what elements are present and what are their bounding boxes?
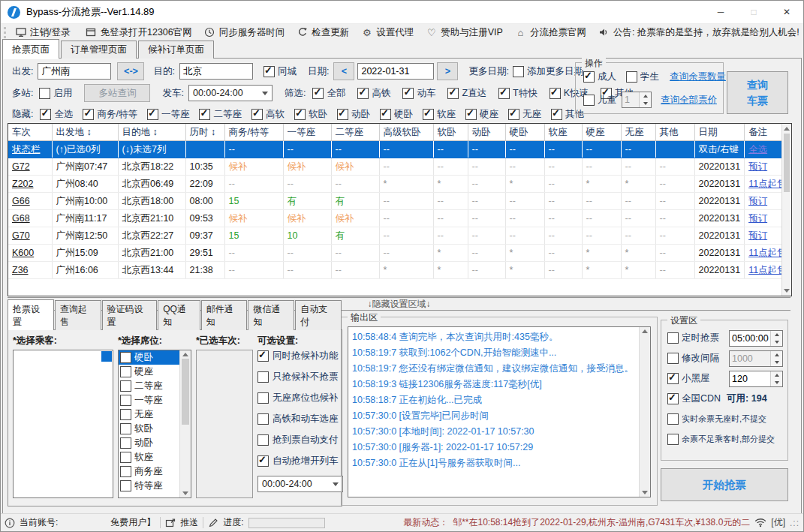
multi-station-query-button[interactable]: 多站查询 (84, 84, 150, 102)
checkbox[interactable] (263, 66, 275, 77)
setting-checkbox[interactable]: 全国CDN (667, 392, 721, 405)
column-header[interactable]: 硬座 (582, 124, 621, 141)
checkbox[interactable] (257, 455, 269, 467)
seat-option[interactable]: 软卧 (119, 422, 179, 436)
checkbox[interactable] (120, 352, 131, 363)
checkbox[interactable] (120, 437, 131, 449)
train-row[interactable]: K600广州15:09北京西21:0029:51--------*--*--**… (8, 245, 790, 262)
spin-down-icon[interactable] (640, 100, 651, 107)
spin-down-icon[interactable] (771, 379, 782, 386)
filter-checkbox[interactable]: 一等座 (147, 108, 190, 121)
checkbox[interactable] (199, 109, 210, 120)
scroll-up-icon[interactable] (642, 329, 648, 333)
minimize-button[interactable]: ─ (704, 1, 737, 23)
column-header[interactable]: 车次 (8, 124, 52, 141)
checkbox[interactable] (380, 109, 391, 120)
checkbox[interactable] (40, 109, 51, 120)
checkbox[interactable] (120, 366, 131, 377)
column-header[interactable]: 历时 ↕ (185, 124, 224, 141)
filter-checkbox[interactable]: 高铁 (357, 87, 390, 100)
dest-input[interactable]: 北京 (179, 63, 253, 80)
checkbox[interactable] (83, 109, 94, 120)
train-number-link[interactable]: G66 (8, 193, 52, 210)
seat-option[interactable]: 特等座 (119, 479, 179, 493)
train-row[interactable]: Z36广州16:06北京西13:4421:38------**--*--**--… (8, 262, 790, 279)
spin-up-icon[interactable] (640, 92, 651, 100)
checkbox[interactable] (147, 109, 158, 120)
toolbar-item-heart[interactable]: ♡赞助与注册VIP (420, 24, 509, 41)
train-number-link[interactable]: 状态栏 (8, 141, 52, 158)
date-input[interactable]: 2022-01-31 (357, 63, 434, 80)
seat-option[interactable]: 一等座 (119, 393, 179, 407)
seat-option[interactable]: 软座 (119, 450, 179, 464)
query-prices-link[interactable]: 查询全部票价 (661, 94, 717, 107)
train-row[interactable]: G68广州南11:17北京西21:1009:53候补候补候补----------… (8, 210, 790, 227)
tab-QQ通知[interactable]: QQ通知 (158, 300, 200, 330)
child-count-spinner[interactable]: 1 (622, 92, 652, 108)
checkbox[interactable] (550, 88, 561, 99)
option-checkbox[interactable]: 只抢候补不抢票 (257, 366, 342, 387)
seat-option[interactable]: 商务座 (119, 464, 179, 479)
train-row[interactable]: G70广州南12:50北京西22:2709:371510有-----------… (8, 227, 790, 245)
multi-enable-checkbox[interactable]: 启用 (39, 87, 72, 100)
checkbox[interactable] (465, 109, 477, 120)
column-header[interactable]: 一等座 (283, 124, 331, 141)
filter-checkbox[interactable]: 动车 (402, 87, 435, 100)
column-header[interactable]: 二等座 (331, 124, 379, 141)
checkbox[interactable] (667, 434, 679, 445)
train-number-link[interactable]: Z36 (8, 262, 52, 279)
scroll-down-icon[interactable] (784, 289, 790, 293)
checkbox[interactable] (402, 88, 414, 99)
checkbox[interactable] (667, 413, 679, 425)
column-header[interactable]: 日期 (694, 124, 745, 141)
column-header[interactable]: 硬卧 (505, 124, 544, 141)
train-time-range-select[interactable]: 00:00-24:00 (257, 476, 343, 492)
tab-验证码设置[interactable]: 验证码设置 (102, 300, 158, 330)
option-checkbox[interactable]: 抢到票自动支付 (257, 429, 342, 450)
tab-抢票设置[interactable]: 抢票设置 (8, 299, 54, 330)
toolbar-item-home[interactable]: ⌂分流抢票官网 (509, 24, 592, 41)
adult-checkbox[interactable]: 成人 (583, 71, 616, 83)
checkbox[interactable] (447, 88, 459, 99)
checkbox[interactable] (583, 95, 595, 106)
scroll-up-icon[interactable] (182, 353, 188, 356)
spinner[interactable]: 1 (622, 92, 652, 108)
checkbox[interactable] (583, 71, 595, 83)
seat-option[interactable]: 无座 (119, 407, 179, 422)
checkbox[interactable] (513, 66, 524, 77)
checkbox[interactable] (508, 109, 519, 120)
spinner[interactable]: 1000 (729, 350, 783, 367)
toolbar-item-gear[interactable]: ⚙设置代理 (355, 24, 420, 41)
filter-checkbox[interactable]: 全部 (312, 87, 345, 100)
train-number-link[interactable]: K600 (8, 245, 52, 262)
checkbox[interactable] (337, 109, 348, 120)
train-row[interactable]: 状态栏(↑)已选0列(↓)未选7列--------------------双击/… (8, 141, 790, 158)
tab-查询起售[interactable]: 查询起售 (55, 300, 101, 330)
spin-up-icon[interactable] (771, 351, 782, 359)
setting-checkbox[interactable]: 小黑屋 (667, 372, 710, 385)
checkbox[interactable] (498, 88, 510, 99)
query-remaining-link[interactable]: 查询余票数量 (670, 71, 726, 83)
checkbox[interactable] (120, 423, 131, 434)
option-checkbox[interactable]: 高铁和动车选座 (257, 408, 342, 429)
checkbox[interactable] (257, 413, 269, 425)
depart-time-select[interactable]: 00:00-24:00 (188, 85, 273, 101)
train-row[interactable]: G66广州南10:00北京西18:0008:0015有有------------… (8, 193, 790, 210)
toolbar-item-speaker[interactable]: 公告: 抢票靠的是坚持，放弃就是给别人机会! (592, 24, 804, 41)
toolbar-item-monitor[interactable]: 注销/登录 (9, 24, 76, 41)
scrollbar-thumb[interactable] (784, 134, 790, 192)
next-date-button[interactable]: > (437, 62, 458, 80)
tab-订单管理页面[interactable]: 订单管理页面 (61, 41, 137, 59)
seat-scrollbar[interactable] (179, 350, 191, 497)
seat-option[interactable]: 二等座 (119, 379, 179, 393)
checkbox[interactable] (667, 332, 679, 344)
filter-checkbox[interactable]: 二等座 (199, 108, 242, 121)
checkbox[interactable] (667, 393, 679, 404)
filter-checkbox[interactable]: 商务/特等 (83, 108, 137, 121)
filter-checkbox[interactable]: 硬座 (465, 108, 498, 121)
checkbox[interactable] (120, 452, 131, 463)
option-checkbox[interactable]: 同时抢候补功能 (257, 345, 342, 366)
column-header[interactable]: 软座 (544, 124, 582, 141)
train-row[interactable]: Z202广州08:40北京西06:4922:09------**--*--**-… (8, 176, 790, 193)
filter-checkbox[interactable]: 动卧 (337, 108, 370, 121)
